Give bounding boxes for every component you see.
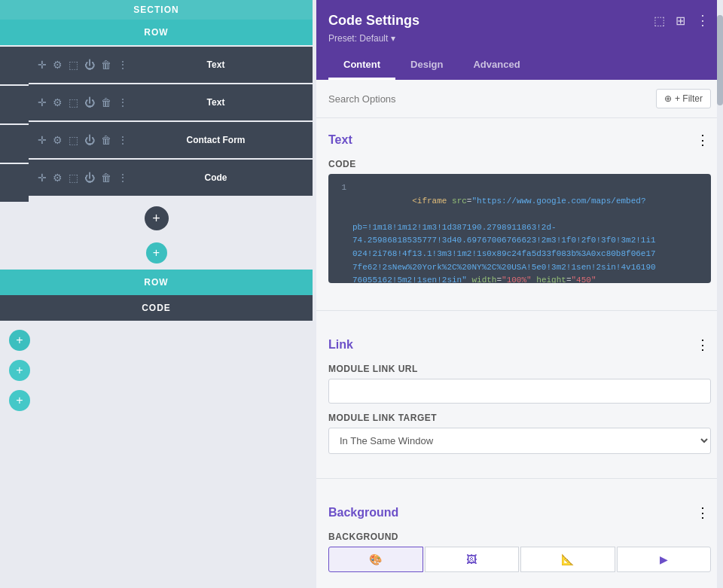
link-section-more-button[interactable]: ⋮	[694, 335, 711, 355]
copy-icon-1[interactable]: ⬚	[69, 59, 78, 71]
module-code: ✛ ⚙ ⬚ ⏻ 🗑 ⋮ Code	[29, 160, 313, 196]
left-col-block-1	[0, 47, 29, 84]
panel-header: Code Settings ⬚ ⊞ ⋮ Preset: Default ▾ Co…	[316, 0, 723, 80]
section-bar: Section	[0, 0, 313, 20]
add-section-area: +	[0, 239, 313, 270]
tab-design[interactable]: Design	[395, 51, 458, 80]
row-label: Row	[144, 27, 168, 38]
code-field-label: Code	[328, 159, 711, 169]
power-icon-1[interactable]: ⏻	[84, 59, 95, 71]
code-editor[interactable]: 1 <iframe src="https://www.google.com/ma…	[328, 174, 711, 283]
module-name-text-1: Text	[128, 59, 304, 70]
background-section-more-button[interactable]: ⋮	[694, 503, 711, 522]
module-contact-form: ✛ ⚙ ⬚ ⏻ 🗑 ⋮ Contact Form	[29, 122, 313, 158]
code-line-4: 024!2i768!4f13.1!3m3!1m2!1s0x89c24fa5d33…	[336, 248, 703, 261]
more-icon-3[interactable]: ⋮	[117, 134, 128, 146]
filter-label: + Filter	[675, 93, 703, 104]
add-button-2[interactable]: +	[9, 360, 30, 381]
copy-settings-button[interactable]: ⬚	[652, 12, 667, 29]
code-section-bar: Code	[0, 295, 313, 321]
link-section: Link ⋮ Module Link URL Module Link Targe…	[316, 323, 723, 475]
preset-arrow: ▾	[391, 33, 395, 44]
code-line-6: 76055162!5m2!1sen!2sin" width="100%" hei…	[336, 274, 703, 283]
module-name-code: Code	[128, 172, 304, 183]
move-icon-4[interactable]: ✛	[38, 172, 47, 184]
link-section-title-row: Link ⋮	[328, 335, 711, 355]
divider-2	[316, 478, 723, 479]
move-icon-1[interactable]: ✛	[38, 59, 47, 71]
divider-1	[316, 310, 723, 311]
left-col-block-2	[0, 86, 29, 123]
text-section-more-button[interactable]: ⋮	[694, 130, 711, 150]
text-section-title: Text	[328, 133, 352, 147]
code-line-2: pb=!1m18!1m12!1m3!1d387190.2798911863!2d…	[336, 221, 703, 235]
preset-text: Preset: Default	[328, 33, 388, 44]
more-icon-1[interactable]: ⋮	[117, 59, 128, 71]
image-icon: 🖼	[466, 553, 477, 565]
add-button-3[interactable]: +	[9, 390, 30, 411]
add-row-button[interactable]: +	[145, 206, 169, 230]
add-section-button[interactable]: +	[146, 242, 167, 264]
module-name-text-2: Text	[128, 97, 304, 108]
left-col-block-4	[0, 164, 29, 202]
code-line-1: 1 <iframe src="https://www.google.com/ma…	[336, 181, 703, 221]
more-icon-2[interactable]: ⋮	[117, 96, 128, 108]
row2-label: Row	[144, 277, 168, 288]
panel-preset[interactable]: Preset: Default ▾	[328, 33, 711, 44]
video-icon: ▶	[660, 553, 668, 565]
add-btn-row-2: +	[9, 357, 304, 384]
background-section-title: Background	[328, 506, 398, 519]
module-link-target-select[interactable]: In The Same Window In The New Window	[328, 428, 711, 454]
scrollbar-thumb[interactable]	[717, 15, 723, 105]
add-button-1[interactable]: +	[9, 330, 30, 351]
section-label: Section	[133, 5, 178, 15]
left-panel: Section Row ✛ ⚙ ⬚ ⏻ 🗑 ⋮ Text ✛ ⚙	[0, 0, 313, 588]
more-icon-4[interactable]: ⋮	[117, 172, 128, 184]
power-icon-3[interactable]: ⏻	[84, 134, 95, 146]
gear-icon-2[interactable]: ⚙	[53, 96, 63, 108]
right-panel: Code Settings ⬚ ⊞ ⋮ Preset: Default ▾ Co…	[316, 0, 723, 588]
move-icon-2[interactable]: ✛	[38, 96, 47, 108]
module-text-1: ✛ ⚙ ⬚ ⏻ 🗑 ⋮ Text	[29, 47, 313, 83]
tab-content[interactable]: Content	[328, 51, 395, 80]
bg-type-image-button[interactable]: 🖼	[425, 547, 520, 572]
module-link-url-input[interactable]	[328, 379, 711, 404]
copy-icon-3[interactable]: ⬚	[69, 134, 78, 146]
panel-title-row: Code Settings ⬚ ⊞ ⋮	[328, 11, 711, 30]
add-btn-row-1: +	[9, 327, 304, 354]
delete-icon-1[interactable]: 🗑	[101, 59, 111, 71]
gear-icon-1[interactable]: ⚙	[53, 59, 63, 71]
bottom-add-buttons: + + +	[0, 321, 313, 420]
module-link-url-label: Module Link URL	[328, 364, 711, 374]
copy-icon-2[interactable]: ⬚	[69, 96, 78, 108]
gear-icon-4[interactable]: ⚙	[53, 172, 63, 184]
delete-icon-3[interactable]: 🗑	[101, 134, 111, 146]
filter-button[interactable]: ⊕ + Filter	[656, 89, 711, 108]
copy-icon-4[interactable]: ⬚	[69, 172, 78, 184]
background-label: Background	[328, 532, 711, 542]
link-section-title: Link	[328, 338, 353, 352]
text-section: Text ⋮ Code 1 <iframe src="https://www.g…	[316, 118, 723, 307]
power-icon-2[interactable]: ⏻	[84, 96, 95, 108]
gear-icon-3[interactable]: ⚙	[53, 134, 63, 146]
search-bar: ⊕ + Filter	[316, 80, 723, 118]
filter-icon: ⊕	[664, 93, 672, 104]
search-input[interactable]	[328, 93, 656, 105]
panel-more-button[interactable]: ⋮	[694, 11, 711, 30]
move-icon-3[interactable]: ✛	[38, 134, 47, 146]
bg-type-video-button[interactable]: ▶	[617, 547, 712, 572]
delete-icon-4[interactable]: 🗑	[101, 172, 111, 184]
background-section-title-row: Background ⋮	[328, 503, 711, 522]
code-line-3: 74.25986818535777!3d40.69767006766623!2m…	[336, 234, 703, 248]
panel-header-icons: ⬚ ⊞ ⋮	[652, 11, 711, 30]
module-name-contact: Contact Form	[128, 135, 304, 145]
delete-icon-2[interactable]: 🗑	[101, 96, 111, 108]
tab-advanced[interactable]: Advanced	[458, 51, 535, 80]
power-icon-4[interactable]: ⏻	[84, 172, 95, 184]
bg-type-gradient-button[interactable]: 📐	[520, 547, 615, 572]
text-section-title-row: Text ⋮	[328, 130, 711, 150]
bg-type-color-button[interactable]: 🎨	[328, 547, 423, 572]
add-btn-row-3: +	[9, 387, 304, 414]
split-button[interactable]: ⊞	[674, 12, 687, 29]
module-controls-1: ✛ ⚙ ⬚ ⏻ 🗑 ⋮	[38, 59, 128, 71]
